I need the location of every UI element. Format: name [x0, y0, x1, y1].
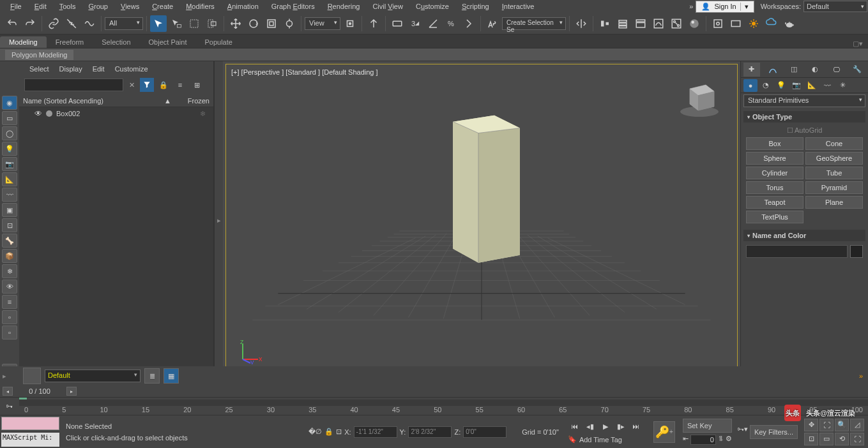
display-tab[interactable]: 🖵 [828, 63, 844, 77]
z-coord-input[interactable] [463, 426, 506, 438]
view-tree-icon[interactable]: ⊞ [190, 78, 204, 92]
material-layers-button[interactable]: ≣ [144, 368, 160, 384]
menu-modifiers[interactable]: Modifiers [179, 1, 221, 11]
maxscript-listener[interactable]: MAXScript Mi: [1, 433, 59, 447]
prim-sphere-button[interactable]: Sphere [746, 152, 803, 165]
maximize-viewport-button[interactable]: ⛶ [850, 433, 864, 445]
menu-overflow-icon[interactable]: » [687, 3, 696, 10]
autogrid-checkbox[interactable]: ☐ AutoGrid [746, 126, 863, 135]
lock-selection-icon[interactable]: �∅ [308, 428, 322, 436]
explorer-menu-customize[interactable]: Customize [115, 65, 148, 73]
ribbon-tab-freeform[interactable]: Freeform [47, 36, 93, 48]
rollout-object-type[interactable]: Object Type [743, 111, 865, 123]
scroll-left-button[interactable]: ◂ [3, 387, 13, 396]
layer-explorer-button[interactable] [614, 15, 631, 32]
time-config-icon[interactable]: ⚙ [726, 435, 732, 445]
systems-icon[interactable]: ✳ [835, 79, 849, 92]
filter-hidden-icon[interactable]: 👁 [2, 280, 17, 294]
signin-button[interactable]: 👤 Sign In ▾ [696, 1, 754, 13]
explorer-menu-edit[interactable]: Edit [93, 65, 105, 73]
undo-button[interactable] [4, 15, 20, 32]
key-filters-button[interactable]: Key Filters... [750, 425, 798, 439]
filter-bone-icon[interactable]: 🦴 [2, 234, 17, 248]
bind-space-warp-button[interactable] [81, 15, 98, 32]
explorer-menu-display[interactable]: Display [59, 65, 82, 73]
select-by-name-button[interactable] [168, 15, 185, 32]
menu-edit[interactable]: Edit [28, 1, 53, 11]
macro-recorder[interactable] [1, 417, 59, 430]
lights-icon[interactable]: 💡 [774, 79, 788, 92]
cameras-icon[interactable]: 📷 [789, 79, 803, 92]
angle-snap-button[interactable] [425, 15, 441, 32]
manipulate-button[interactable] [365, 15, 382, 32]
y-coord-input[interactable] [408, 426, 452, 438]
menu-views[interactable]: Views [114, 1, 146, 11]
link-button[interactable] [45, 15, 62, 32]
toggle-ribbon-button[interactable] [632, 15, 649, 32]
menu-animation[interactable]: Animation [221, 1, 265, 11]
object-color-swatch[interactable] [850, 245, 863, 258]
ref-coord-dropdown[interactable]: View [305, 17, 340, 30]
ribbon-tab-objectpaint[interactable]: Object Paint [140, 36, 196, 48]
snap-button[interactable]: 3◢ [407, 15, 423, 32]
prim-tube-button[interactable]: Tube [805, 167, 863, 179]
menu-civilview[interactable]: Civil View [366, 1, 409, 11]
menu-create[interactable]: Create [146, 1, 179, 11]
spacewarps-icon2[interactable]: 〰 [820, 79, 834, 92]
rendered-frame-button[interactable] [727, 15, 744, 32]
prim-cone-button[interactable]: Cone [805, 137, 863, 150]
filter-shapes-icon[interactable]: ◯ [2, 126, 17, 140]
filter-spacewarps-icon[interactable]: 〰 [2, 188, 17, 202]
ribbon-tab-modeling[interactable]: Modeling [0, 36, 47, 48]
render-online-button[interactable] [763, 15, 780, 32]
filter-all-icon[interactable]: ◉ [2, 96, 17, 110]
filter-frozen-icon[interactable]: ❄ [2, 264, 17, 278]
explorer-search-input[interactable] [24, 78, 123, 91]
x-coord-input[interactable] [354, 426, 397, 438]
material-slot[interactable] [23, 368, 41, 384]
visibility-icon[interactable]: 👁 [34, 109, 42, 118]
placement-button[interactable] [281, 15, 298, 32]
prim-geosphere-button[interactable]: GeoSphere [805, 152, 863, 165]
teapot-button[interactable] [781, 15, 798, 32]
render-button[interactable] [745, 15, 762, 32]
ribbon-tab-selection[interactable]: Selection [93, 36, 139, 48]
filter-lights-icon[interactable]: 💡 [2, 142, 17, 156]
filter-layer-icon[interactable]: ≡ [2, 295, 17, 309]
trackbar-overflow-icon[interactable]: » [859, 372, 868, 380]
window-crossing-button[interactable] [204, 15, 220, 32]
clear-search-icon[interactable]: ✕ [126, 79, 137, 91]
menu-rendering[interactable]: Rendering [321, 1, 367, 11]
zoom-region-button[interactable]: ▭ [819, 433, 834, 445]
prim-teapot-button[interactable]: Teapot [746, 196, 803, 209]
menu-scripting[interactable]: Scripting [455, 1, 496, 11]
key-filter-in-icon[interactable]: ⇤ [683, 435, 689, 445]
set-key-button[interactable]: Set Key [683, 419, 732, 433]
material-editor-button[interactable] [686, 15, 703, 32]
timeline[interactable]: 🗝 05101520253035404550556065707580859095… [0, 397, 868, 415]
next-frame-button[interactable]: ▮▸ [614, 420, 628, 433]
add-time-tag[interactable]: Add Time Tag [579, 436, 622, 444]
unlink-button[interactable] [63, 15, 80, 32]
current-frame-input[interactable] [690, 435, 716, 445]
percent-snap-button[interactable]: % [443, 15, 459, 32]
create-tab[interactable]: ✚ [743, 63, 760, 77]
column-frozen[interactable]: Frozen [171, 97, 209, 105]
viewport[interactable]: [+] [Perspective ] [Standard ] [Default … [223, 61, 740, 379]
isolate-icon[interactable]: 🔒 [324, 428, 333, 436]
menu-file[interactable]: File [4, 1, 28, 11]
chevron-down-icon[interactable]: ▾ [861, 3, 864, 10]
orbit-button[interactable]: ⟲ [835, 433, 849, 445]
goto-start-button[interactable]: ⏮ [568, 420, 582, 433]
prim-cylinder-button[interactable]: Cylinder [746, 167, 803, 179]
filter-misc2-icon[interactable]: ▫ [2, 325, 17, 340]
shapes-icon[interactable]: ◔ [759, 79, 773, 92]
ribbon-flyout-icon[interactable]: ▢▾ [848, 40, 868, 48]
menu-interactive[interactable]: Interactive [496, 1, 541, 11]
prim-box-button[interactable]: Box [746, 137, 803, 150]
trackbar-collapse-icon[interactable]: ▸ [0, 367, 9, 385]
scale-button[interactable] [263, 15, 280, 32]
zoom-all-button[interactable]: ⊡ [804, 433, 818, 445]
filter-helpers-icon[interactable]: 📐 [2, 172, 17, 186]
primitive-category-dropdown[interactable]: Standard Primitives [743, 94, 865, 107]
